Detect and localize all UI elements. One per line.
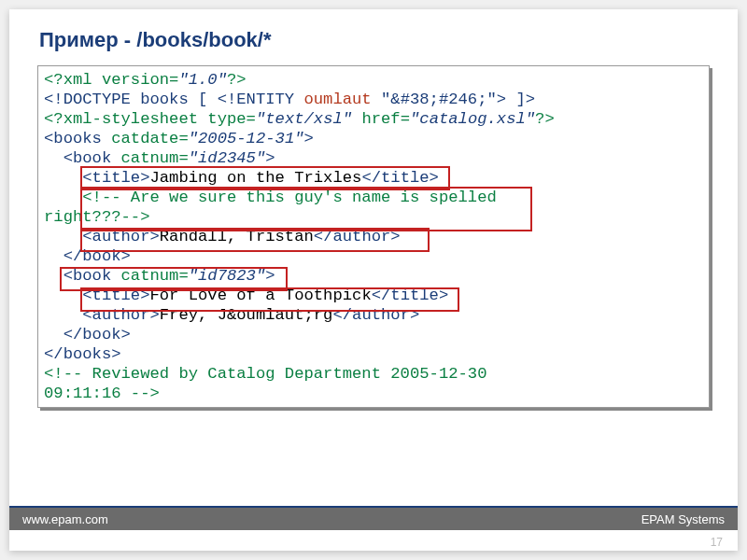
code-token: type <box>207 110 246 128</box>
code-token: <!-- Reviewed by Catalog Department 2005… <box>44 365 486 383</box>
code-token: = <box>178 130 188 147</box>
code-token: <book <box>44 267 121 285</box>
footer-url: www.epam.com <box>22 512 108 526</box>
page-number: 17 <box>711 536 723 549</box>
code-token: Randall, Tristan <box>160 228 314 245</box>
code-box: <?xml version="1.0"?> <!DOCTYPE books [ … <box>37 65 710 408</box>
code-token: 09:11:16 --> <box>44 385 160 402</box>
code-token: > <box>304 130 314 147</box>
code-token: <title> <box>44 287 149 304</box>
code-token: catnum <box>121 149 179 167</box>
code-token: <title> <box>44 169 149 187</box>
code-token: Frey, J&oumlaut;rg <box>160 306 333 324</box>
slide-title: Пример - /books/book/* <box>39 28 272 52</box>
code-token: "text/xsl" <box>256 110 352 128</box>
footer-company: EPAM Systems <box>641 512 725 526</box>
code-token: "1.0" <box>178 71 227 89</box>
code-token: <?xml-stylesheet <box>44 110 207 128</box>
code-token: </books> <box>44 345 121 363</box>
code-token: </author> <box>332 306 419 324</box>
code-token: = <box>178 149 188 167</box>
code-token: </author> <box>314 228 401 245</box>
code-token: <books <box>44 130 111 147</box>
code-token: = <box>401 110 410 128</box>
code-token: = <box>169 71 178 89</box>
code-token: > <box>265 267 275 285</box>
code-token: <author> <box>44 306 160 324</box>
code-token: <!-- Are we sure this guy's name is spel… <box>44 189 497 206</box>
code-token: "id2345" <box>189 149 266 167</box>
code-token: ?> <box>535 110 555 128</box>
code-token: <author> <box>44 228 160 245</box>
code-token: oumlaut <box>303 91 381 108</box>
code-token: <?xml <box>44 71 102 89</box>
code-token: <!DOCTYPE books [ <!ENTITY <box>44 91 303 108</box>
code-token: > <box>265 149 275 167</box>
code-token: For Love of a Toothpick <box>149 287 371 304</box>
code-token: </title> <box>361 169 439 187</box>
code-token: href <box>352 110 401 128</box>
code-token: </book> <box>44 326 131 343</box>
code-token: Jambing on the Trixles <box>149 169 361 187</box>
code-token: <book <box>44 149 121 167</box>
code-token: version <box>102 71 169 89</box>
code-token: "&#38;#246;" <box>381 91 497 108</box>
code-token: "2005-12-31" <box>189 130 304 147</box>
code-token: </book> <box>44 247 131 265</box>
code-token: = <box>178 267 188 285</box>
code-token: catdate <box>111 130 178 147</box>
code-token: right???--> <box>44 208 149 226</box>
code-token: ?> <box>227 71 247 89</box>
code-token: </title> <box>372 287 449 304</box>
code-token: catnum <box>121 267 179 285</box>
code-token: "id7823" <box>189 267 266 285</box>
code-token: "catalog.xsl" <box>410 110 535 128</box>
code-token: > ]> <box>497 91 535 108</box>
footer-bar: www.epam.com EPAM Systems <box>9 508 738 530</box>
slide: Пример - /books/book/* <?xml version="1.… <box>9 9 738 551</box>
code-token: = <box>247 110 256 128</box>
